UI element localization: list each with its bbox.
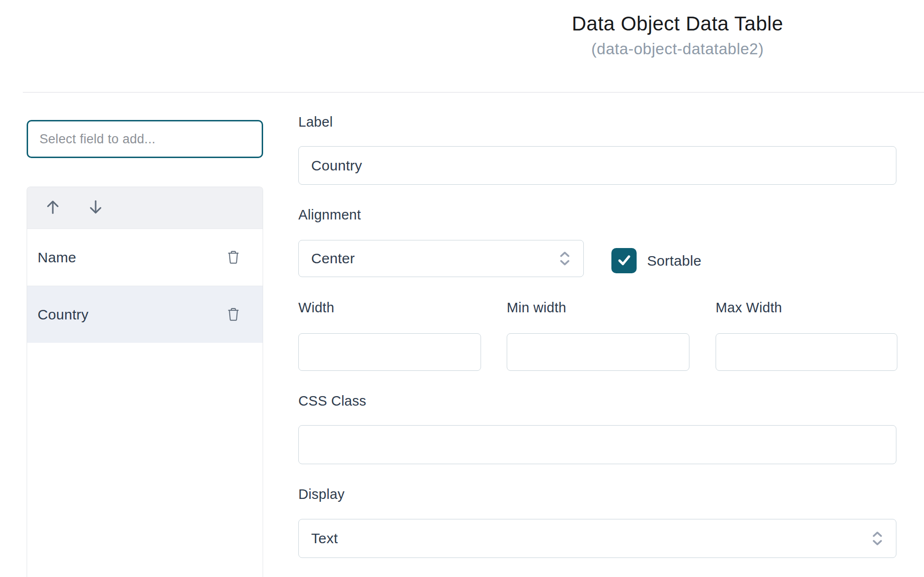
select-field-input[interactable] (27, 120, 263, 158)
label-input[interactable] (298, 146, 896, 185)
display-select[interactable]: Text (298, 519, 896, 558)
page-subtitle: (data-object-datatable2) (572, 40, 783, 58)
field-list-panel: Name Country (27, 187, 263, 577)
alignment-field-label: Alignment (298, 207, 361, 223)
min-width-input[interactable] (507, 333, 689, 371)
css-class-input[interactable] (298, 425, 896, 464)
display-select-value: Text (311, 530, 338, 547)
sortable-checkbox-group: Sortable (611, 248, 701, 273)
alignment-select[interactable]: Center (298, 240, 584, 277)
select-chevrons-icon (871, 530, 884, 547)
display-field-label: Display (298, 487, 344, 502)
min-width-field-label: Min width (507, 300, 566, 316)
css-class-field-label: CSS Class (298, 393, 366, 409)
arrow-down-icon (87, 198, 105, 218)
checkmark-icon (616, 252, 632, 270)
delete-field-button[interactable] (225, 306, 242, 323)
move-up-button[interactable] (42, 198, 63, 219)
page-header: Data Object Data Table (data-object-data… (572, 12, 783, 58)
field-row-label: Name (38, 249, 76, 266)
field-row-name[interactable]: Name (27, 229, 263, 286)
select-chevrons-icon (559, 250, 571, 267)
width-field-label: Width (298, 300, 334, 316)
page-title: Data Object Data Table (572, 12, 783, 35)
arrow-up-icon (44, 198, 62, 218)
field-row-country[interactable]: Country (27, 286, 263, 343)
column-settings-page: Data Object Data Table (data-object-data… (0, 0, 924, 577)
alignment-select-value: Center (311, 250, 355, 267)
move-down-button[interactable] (85, 198, 106, 219)
trash-icon (227, 306, 240, 323)
header-divider (23, 92, 924, 93)
sortable-label: Sortable (647, 253, 701, 269)
field-row-label: Country (38, 307, 88, 323)
field-list-toolbar (27, 187, 263, 229)
max-width-field-label: Max Width (716, 300, 782, 316)
delete-field-button[interactable] (225, 249, 242, 266)
sortable-checkbox[interactable] (611, 248, 637, 273)
max-width-input[interactable] (716, 333, 897, 371)
trash-icon (227, 249, 240, 266)
width-input[interactable] (298, 333, 481, 371)
label-field-label: Label (298, 114, 333, 130)
